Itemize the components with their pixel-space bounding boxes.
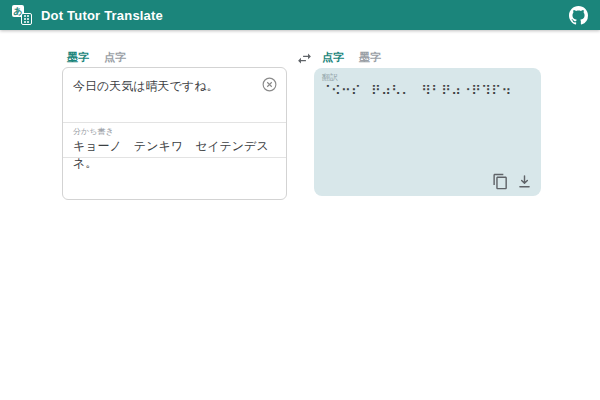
wakachigaki-label: 分かち書き — [73, 126, 114, 137]
app-title: Dot Tutor Translate — [41, 8, 163, 23]
braille-output-text: ⠈⠪⠒⠎⠀⠟⠴⠣⠄⠀⠻⠃⠟⠴⠐⠟⠹⠏⠲ — [321, 82, 533, 100]
output-actions — [492, 173, 533, 190]
copy-icon[interactable] — [492, 173, 509, 190]
divider — [63, 122, 286, 123]
divider — [63, 157, 286, 158]
source-text-input[interactable]: 今日の天気は晴天ですね。 — [73, 78, 253, 94]
app-header: あ Dot Tutor Translate — [0, 0, 600, 30]
app-root: あ Dot Tutor Translate 墨字 点字 今日の天気は晴天ですね。… — [0, 0, 600, 400]
swap-direction-icon[interactable] — [295, 50, 313, 68]
output-card: 翻訳 ⠈⠪⠒⠎⠀⠟⠴⠣⠄⠀⠻⠃⠟⠴⠐⠟⠹⠏⠲ — [314, 68, 541, 196]
wakachigaki-text: キョーノ テンキワ セイテンデスネ。 — [73, 138, 286, 172]
download-icon[interactable] — [516, 173, 533, 190]
input-card: 今日の天気は晴天ですね。 分かち書き キョーノ テンキワ セイテンデスネ。 — [62, 67, 287, 200]
github-icon[interactable] — [569, 6, 588, 25]
braille-translate-logo-icon: あ — [12, 5, 32, 25]
clear-input-icon[interactable] — [261, 76, 278, 93]
logo-braille-square — [21, 13, 32, 25]
